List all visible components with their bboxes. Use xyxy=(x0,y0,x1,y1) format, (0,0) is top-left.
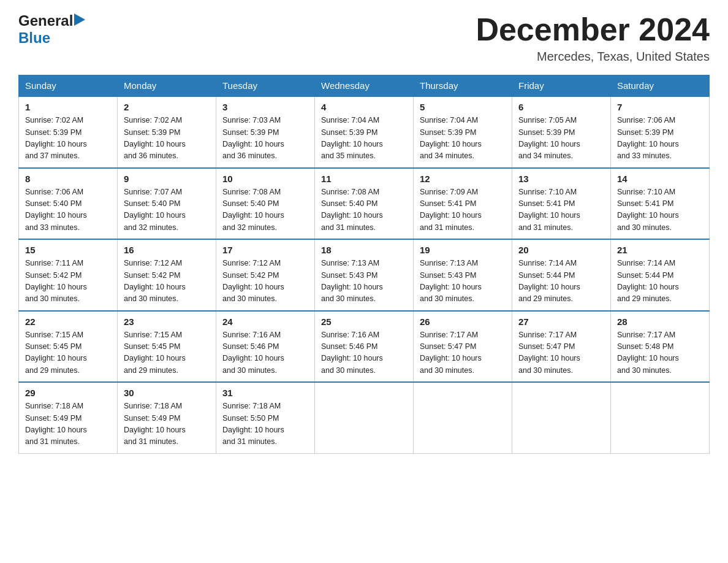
day-info: Sunrise: 7:12 AM Sunset: 5:42 PM Dayligh… xyxy=(222,258,308,305)
day-number: 26 xyxy=(420,316,506,327)
day-number: 22 xyxy=(25,316,111,327)
logo-general-text: General xyxy=(18,12,73,29)
weekday-header-sunday: Sunday xyxy=(19,75,118,97)
day-info: Sunrise: 7:16 AM Sunset: 5:46 PM Dayligh… xyxy=(222,329,308,377)
day-info: Sunrise: 7:18 AM Sunset: 5:49 PM Dayligh… xyxy=(124,400,210,448)
day-number: 3 xyxy=(222,102,308,112)
day-info: Sunrise: 7:18 AM Sunset: 5:50 PM Dayligh… xyxy=(222,400,308,448)
day-number: 14 xyxy=(617,174,703,184)
week-row-3: 15 Sunrise: 7:11 AM Sunset: 5:42 PM Dayl… xyxy=(19,239,710,311)
day-number: 13 xyxy=(518,174,604,184)
calendar-cell: 26 Sunrise: 7:17 AM Sunset: 5:47 PM Dayl… xyxy=(414,311,512,383)
day-info: Sunrise: 7:10 AM Sunset: 5:41 PM Dayligh… xyxy=(518,186,604,234)
day-number: 30 xyxy=(124,388,210,398)
calendar-cell: 23 Sunrise: 7:15 AM Sunset: 5:45 PM Dayl… xyxy=(118,311,216,383)
calendar-cell: 17 Sunrise: 7:12 AM Sunset: 5:42 PM Dayl… xyxy=(216,239,315,311)
calendar-cell: 14 Sunrise: 7:10 AM Sunset: 5:41 PM Dayl… xyxy=(611,168,710,240)
day-number: 23 xyxy=(124,316,210,327)
calendar-cell: 19 Sunrise: 7:13 AM Sunset: 5:43 PM Dayl… xyxy=(414,239,512,311)
day-info: Sunrise: 7:11 AM Sunset: 5:42 PM Dayligh… xyxy=(25,258,111,305)
svg-marker-0 xyxy=(74,13,85,26)
weekday-header-monday: Monday xyxy=(118,75,216,97)
day-number: 10 xyxy=(222,174,308,184)
calendar-cell: 11 Sunrise: 7:08 AM Sunset: 5:40 PM Dayl… xyxy=(315,168,414,240)
day-number: 27 xyxy=(518,316,604,327)
day-number: 6 xyxy=(518,102,604,112)
calendar-cell: 16 Sunrise: 7:12 AM Sunset: 5:42 PM Dayl… xyxy=(118,239,216,311)
logo-arrow-icon xyxy=(74,13,85,28)
calendar-cell: 20 Sunrise: 7:14 AM Sunset: 5:44 PM Dayl… xyxy=(512,239,611,311)
calendar-cell: 4 Sunrise: 7:04 AM Sunset: 5:39 PM Dayli… xyxy=(315,96,414,168)
week-row-5: 29 Sunrise: 7:18 AM Sunset: 5:49 PM Dayl… xyxy=(19,382,710,453)
calendar-cell: 24 Sunrise: 7:16 AM Sunset: 5:46 PM Dayl… xyxy=(216,311,315,383)
title-area: December 2024 Mercedes, Texas, United St… xyxy=(476,12,710,64)
day-info: Sunrise: 7:15 AM Sunset: 5:45 PM Dayligh… xyxy=(25,329,111,377)
day-number: 31 xyxy=(222,388,308,398)
week-row-1: 1 Sunrise: 7:02 AM Sunset: 5:39 PM Dayli… xyxy=(19,96,710,168)
day-number: 28 xyxy=(617,316,703,327)
day-info: Sunrise: 7:17 AM Sunset: 5:48 PM Dayligh… xyxy=(617,329,703,377)
calendar-cell: 29 Sunrise: 7:18 AM Sunset: 5:49 PM Dayl… xyxy=(19,382,118,453)
day-number: 20 xyxy=(518,245,604,255)
calendar-cell: 27 Sunrise: 7:17 AM Sunset: 5:47 PM Dayl… xyxy=(512,311,611,383)
logo: General Blue xyxy=(18,12,85,47)
calendar-cell: 7 Sunrise: 7:06 AM Sunset: 5:39 PM Dayli… xyxy=(611,96,710,168)
day-number: 1 xyxy=(25,102,111,112)
calendar-cell: 6 Sunrise: 7:05 AM Sunset: 5:39 PM Dayli… xyxy=(512,96,611,168)
calendar-cell: 1 Sunrise: 7:02 AM Sunset: 5:39 PM Dayli… xyxy=(19,96,118,168)
day-info: Sunrise: 7:06 AM Sunset: 5:40 PM Dayligh… xyxy=(25,186,111,234)
weekday-header-row: SundayMondayTuesdayWednesdayThursdayFrid… xyxy=(19,75,710,97)
day-info: Sunrise: 7:02 AM Sunset: 5:39 PM Dayligh… xyxy=(25,115,111,163)
day-number: 24 xyxy=(222,316,308,327)
day-info: Sunrise: 7:04 AM Sunset: 5:39 PM Dayligh… xyxy=(420,115,506,163)
location-subtitle: Mercedes, Texas, United States xyxy=(476,50,710,64)
day-number: 11 xyxy=(321,174,407,184)
calendar-cell: 12 Sunrise: 7:09 AM Sunset: 5:41 PM Dayl… xyxy=(414,168,512,240)
day-info: Sunrise: 7:17 AM Sunset: 5:47 PM Dayligh… xyxy=(518,329,604,377)
day-number: 7 xyxy=(617,102,703,112)
day-number: 12 xyxy=(420,174,506,184)
day-info: Sunrise: 7:03 AM Sunset: 5:39 PM Dayligh… xyxy=(222,115,308,163)
day-info: Sunrise: 7:18 AM Sunset: 5:49 PM Dayligh… xyxy=(25,400,111,448)
page-header: General Blue December 2024 Mercedes, Tex… xyxy=(18,12,710,64)
week-row-2: 8 Sunrise: 7:06 AM Sunset: 5:40 PM Dayli… xyxy=(19,168,710,240)
day-number: 16 xyxy=(124,245,210,255)
week-row-4: 22 Sunrise: 7:15 AM Sunset: 5:45 PM Dayl… xyxy=(19,311,710,383)
day-info: Sunrise: 7:13 AM Sunset: 5:43 PM Dayligh… xyxy=(420,258,506,305)
calendar-cell: 18 Sunrise: 7:13 AM Sunset: 5:43 PM Dayl… xyxy=(315,239,414,311)
calendar-cell: 3 Sunrise: 7:03 AM Sunset: 5:39 PM Dayli… xyxy=(216,96,315,168)
day-number: 18 xyxy=(321,245,407,255)
day-info: Sunrise: 7:12 AM Sunset: 5:42 PM Dayligh… xyxy=(124,258,210,305)
calendar-cell: 9 Sunrise: 7:07 AM Sunset: 5:40 PM Dayli… xyxy=(118,168,216,240)
calendar-table: SundayMondayTuesdayWednesdayThursdayFrid… xyxy=(18,75,710,454)
day-info: Sunrise: 7:10 AM Sunset: 5:41 PM Dayligh… xyxy=(617,186,703,234)
calendar-cell xyxy=(315,382,414,453)
weekday-header-friday: Friday xyxy=(512,75,611,97)
weekday-header-thursday: Thursday xyxy=(414,75,512,97)
day-info: Sunrise: 7:07 AM Sunset: 5:40 PM Dayligh… xyxy=(124,186,210,234)
day-info: Sunrise: 7:08 AM Sunset: 5:40 PM Dayligh… xyxy=(222,186,308,234)
calendar-cell: 13 Sunrise: 7:10 AM Sunset: 5:41 PM Dayl… xyxy=(512,168,611,240)
calendar-cell: 8 Sunrise: 7:06 AM Sunset: 5:40 PM Dayli… xyxy=(19,168,118,240)
day-info: Sunrise: 7:15 AM Sunset: 5:45 PM Dayligh… xyxy=(124,329,210,377)
day-number: 17 xyxy=(222,245,308,255)
day-number: 8 xyxy=(25,174,111,184)
day-info: Sunrise: 7:09 AM Sunset: 5:41 PM Dayligh… xyxy=(420,186,506,234)
day-info: Sunrise: 7:06 AM Sunset: 5:39 PM Dayligh… xyxy=(617,115,703,163)
day-number: 25 xyxy=(321,316,407,327)
calendar-cell xyxy=(414,382,512,453)
day-info: Sunrise: 7:14 AM Sunset: 5:44 PM Dayligh… xyxy=(518,258,604,305)
day-number: 19 xyxy=(420,245,506,255)
calendar-cell: 10 Sunrise: 7:08 AM Sunset: 5:40 PM Dayl… xyxy=(216,168,315,240)
weekday-header-tuesday: Tuesday xyxy=(216,75,315,97)
calendar-cell: 21 Sunrise: 7:14 AM Sunset: 5:44 PM Dayl… xyxy=(611,239,710,311)
logo-blue-text: Blue xyxy=(18,29,50,47)
month-title: December 2024 xyxy=(476,12,710,47)
day-info: Sunrise: 7:14 AM Sunset: 5:44 PM Dayligh… xyxy=(617,258,703,305)
weekday-header-wednesday: Wednesday xyxy=(315,75,414,97)
day-number: 4 xyxy=(321,102,407,112)
day-info: Sunrise: 7:16 AM Sunset: 5:46 PM Dayligh… xyxy=(321,329,407,377)
day-number: 15 xyxy=(25,245,111,255)
calendar-cell: 5 Sunrise: 7:04 AM Sunset: 5:39 PM Dayli… xyxy=(414,96,512,168)
calendar-cell: 31 Sunrise: 7:18 AM Sunset: 5:50 PM Dayl… xyxy=(216,382,315,453)
